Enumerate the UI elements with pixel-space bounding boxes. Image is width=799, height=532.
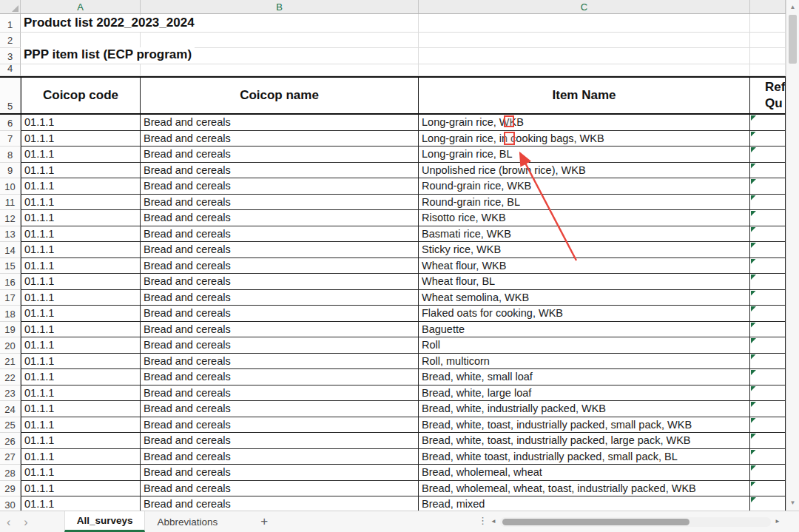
header-item-name[interactable]: Item Name [419,78,750,113]
cell-coicop-name[interactable]: Bread and cereals [141,322,419,338]
cell-item-name[interactable]: Bread, white, large loaf [419,385,750,402]
cell-ref-quantity[interactable] [750,322,786,338]
cell-coicop-name[interactable]: Bread and cereals [141,465,419,481]
add-sheet-button[interactable]: + [254,514,274,529]
vertical-scrollbar[interactable]: ▲ ▼ [786,0,799,511]
cell-coicop-code[interactable]: 01.1.1 [21,481,141,497]
cell-coicop-name[interactable]: Bread and cereals [141,290,419,306]
cell-item-name[interactable]: Roll, multicorn [419,354,750,370]
cell-ref-quantity[interactable] [750,449,786,465]
row-number[interactable]: 27 [0,449,21,465]
select-all-corner[interactable] [0,0,21,13]
cell-ref-quantity[interactable] [750,226,786,243]
cell-ref-quantity[interactable] [750,210,786,226]
cell-coicop-code[interactable]: 01.1.1 [21,147,141,163]
row-number[interactable]: 20 [0,337,21,354]
sheet-tab-all-surveys[interactable]: All_surveys [64,511,146,532]
cell-item-name[interactable]: Round-grain rice, BL [419,195,750,211]
cell-ref-quantity[interactable] [750,401,786,417]
row-number[interactable]: 3 [0,48,21,64]
row-number[interactable]: 30 [0,496,21,511]
row-number[interactable]: 14 [0,242,21,258]
row-number[interactable]: 29 [0,481,21,497]
cell-c3[interactable] [419,48,750,64]
row-number[interactable]: 5 [0,78,21,113]
row-number[interactable]: 12 [0,210,21,226]
row-number[interactable]: 10 [0,178,21,195]
cell-item-name[interactable]: Bread, mixed [419,496,750,511]
cell-coicop-name[interactable]: Bread and cereals [141,433,419,449]
cell-coicop-name[interactable]: Bread and cereals [141,417,419,434]
hscroll-right-icon[interactable]: ► [775,518,781,525]
sheet-nav-prev-icon[interactable]: ‹ [0,512,17,532]
row-number[interactable]: 9 [0,163,21,179]
cell-coicop-code[interactable]: 01.1.1 [21,369,141,385]
vscroll-down-icon[interactable]: ▼ [786,499,799,507]
cell-item-name[interactable]: Wheat flour, WKB [419,258,750,275]
cell-coicop-code[interactable]: 01.1.1 [21,337,141,354]
cell-d4[interactable] [750,64,786,76]
vscroll-up-icon[interactable]: ▲ [786,4,799,11]
cell-coicop-name[interactable]: Bread and cereals [141,163,419,179]
cell-ref-quantity[interactable] [750,274,786,290]
cell-ref-quantity[interactable] [750,242,786,258]
cell-coicop-name[interactable]: Bread and cereals [141,354,419,370]
cell-item-name[interactable]: Basmati rice, WKB [419,226,750,243]
cell-item-name[interactable]: Bread, white, toast, industrially packed… [419,417,750,434]
cell-item-name[interactable]: Baguette [419,322,750,338]
cell-coicop-name[interactable]: Bread and cereals [141,496,419,511]
cell-d1[interactable] [750,14,786,33]
cell-ref-quantity[interactable] [750,496,786,511]
horizontal-scrollbar[interactable] [500,517,771,527]
sheet-nav-next-icon[interactable]: › [17,512,34,532]
cell-coicop-code[interactable]: 01.1.1 [21,210,141,226]
cell-coicop-code[interactable]: 01.1.1 [21,449,141,465]
cell-coicop-name[interactable]: Bread and cereals [141,369,419,385]
row-number[interactable]: 11 [0,195,21,211]
header-ref-quantity[interactable]: Ref Qu [750,78,786,113]
horizontal-scrollbar-thumb[interactable] [502,519,690,525]
cell-item-name[interactable]: Risotto rice, WKB [419,210,750,226]
cell-coicop-name[interactable]: Bread and cereals [141,401,419,417]
cell-item-name[interactable]: Unpolished rice (brown rice), WKB [419,163,750,179]
cell-coicop-code[interactable]: 01.1.1 [21,290,141,306]
cell-item-name[interactable]: Flaked oats for cooking, WKB [419,306,750,322]
column-header-c[interactable]: C [419,0,750,13]
cell-ref-quantity[interactable] [750,306,786,322]
cell-coicop-code[interactable]: 01.1.1 [21,226,141,243]
cell-coicop-name[interactable]: Bread and cereals [141,210,419,226]
cell-item-name[interactable]: Sticky rice, WKB [419,242,750,258]
cell-coicop-code[interactable]: 01.1.1 [21,242,141,258]
cell-item-name[interactable]: Wheat flour, BL [419,274,750,290]
row-number[interactable]: 2 [0,33,21,48]
cell-b2[interactable] [141,33,419,48]
cell-coicop-code[interactable]: 01.1.1 [21,115,141,131]
cell-coicop-name[interactable]: Bread and cereals [141,337,419,354]
cell-item-name[interactable]: Round-grain rice, WKB [419,178,750,195]
cell-coicop-code[interactable]: 01.1.1 [21,465,141,481]
cell-coicop-name[interactable]: Bread and cereals [141,306,419,322]
cell-coicop-name[interactable]: Bread and cereals [141,385,419,402]
cell-coicop-name[interactable]: Bread and cereals [141,481,419,497]
cell-coicop-code[interactable]: 01.1.1 [21,306,141,322]
cell-coicop-name[interactable]: Bread and cereals [141,115,419,131]
cell-ref-quantity[interactable] [750,290,786,306]
row-number[interactable]: 23 [0,385,21,402]
cell-a2[interactable] [21,33,141,48]
cell-coicop-code[interactable]: 01.1.1 [21,274,141,290]
cell-item-name[interactable]: Wheat semolina, WKB [419,290,750,306]
column-header-a[interactable]: A [21,0,141,13]
cell-ref-quantity[interactable] [750,178,786,195]
cell-coicop-name[interactable]: Bread and cereals [141,242,419,258]
row-number[interactable]: 13 [0,226,21,243]
cell-ref-quantity[interactable] [750,147,786,163]
column-header-d-partial[interactable] [750,0,786,13]
cell-item-name[interactable]: Bread, white, small loaf [419,369,750,385]
cell-c2[interactable] [419,33,750,48]
cell-a3[interactable]: PPP item list (ECP program) [21,48,141,64]
row-number[interactable]: 24 [0,401,21,417]
cell-item-name[interactable]: Roll [419,337,750,354]
cell-item-name[interactable]: Bread, wholemeal, wheat [419,465,750,481]
cell-ref-quantity[interactable] [750,163,786,179]
cell-item-name[interactable]: Long-grain rice, in cooking bags, WKB [419,131,750,147]
